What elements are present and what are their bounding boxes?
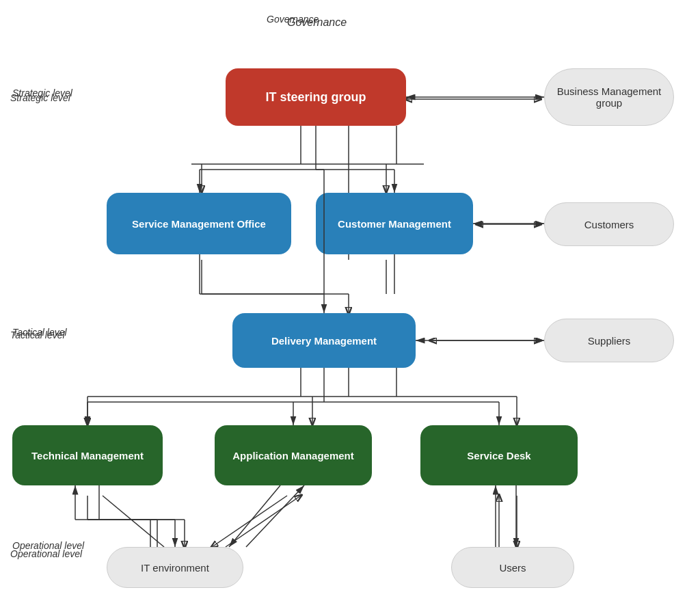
tactical-level-label: Tactical level xyxy=(12,327,67,338)
technical-management-node: Technical Management xyxy=(12,425,163,485)
it-environment-node: IT environment xyxy=(107,547,243,588)
svg-line-26 xyxy=(103,496,164,547)
svg-line-30 xyxy=(226,496,301,547)
suppliers-node: Suppliers xyxy=(544,319,674,362)
it-steering-group-node: IT steering group xyxy=(226,68,406,126)
operational-level-label: Operational level xyxy=(12,540,84,551)
users-node: Users xyxy=(451,547,574,588)
service-desk-node: Service Desk xyxy=(420,425,578,485)
strategic-level-label: Strategic level xyxy=(12,88,72,98)
customer-management-node: Customer Management xyxy=(316,193,473,254)
business-management-group-node: Business Management group xyxy=(544,68,674,126)
svg-line-29 xyxy=(212,496,287,547)
governance-label: Governance xyxy=(267,14,319,25)
diagram: Governance Strategic level Tactical leve… xyxy=(0,0,700,603)
service-management-office-node: Service Management Office xyxy=(107,193,291,254)
customers-node: Customers xyxy=(544,202,674,246)
application-management-node: Application Management xyxy=(215,425,372,485)
delivery-management-node: Delivery Management xyxy=(232,313,416,368)
